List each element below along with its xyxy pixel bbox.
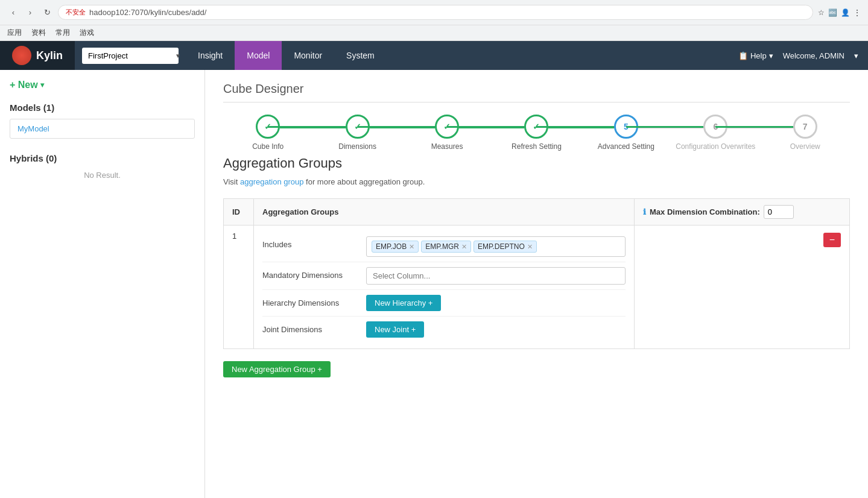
includes-content: EMP.JOB ✕ EMP.MGR ✕ EMP.DEPTNO (366, 236, 626, 257)
browser-bar: ‹ › ↻ 不安全 hadoop102:7070/kylin/cubes/add… (0, 0, 868, 25)
browser-icons: ☆ 🔤 👤 ⋮ (818, 8, 861, 17)
new-btn-label: + New (10, 80, 38, 90)
hierarchy-row: Hierarchy Dimensions New Hierarchy + (262, 290, 626, 317)
info-icon: ℹ (643, 207, 646, 216)
row-details: Includes EMP.JOB ✕ EMP.MGR ✕ (254, 225, 635, 349)
new-btn-caret: ▾ (40, 81, 44, 89)
agg-groups-title: Aggregation Groups (223, 156, 850, 171)
tag-emp-mgr-remove[interactable]: ✕ (461, 243, 467, 251)
topnav-right: 📋 Help ▾ Welcome, ADMIN ▾ (738, 51, 868, 60)
bookmarks-bar: 应用 资料 常用 游戏 (0, 25, 868, 41)
tag-emp-job-remove[interactable]: ✕ (409, 243, 414, 251)
nav-links: Insight Model Monitor System (186, 41, 387, 70)
step-5-label: Advanced Setting (598, 142, 654, 151)
tag-emp-job-label: EMP.JOB (376, 242, 407, 251)
new-button[interactable]: + New ▾ (10, 80, 44, 90)
bookmark-icon[interactable]: ☆ (818, 8, 825, 17)
includes-row: Includes EMP.JOB ✕ EMP.MGR ✕ (262, 232, 626, 262)
tag-emp-deptno-label: EMP.DEPTNO (478, 242, 525, 251)
menu-icon[interactable]: ⋮ (854, 8, 861, 17)
step-refresh-setting: ✓ Refresh Setting (492, 115, 581, 151)
welcome-caret: ▾ (854, 51, 858, 60)
nav-system[interactable]: System (334, 41, 387, 70)
mandatory-content (366, 267, 626, 285)
tag-emp-deptno-remove[interactable]: ✕ (527, 243, 533, 251)
mandatory-row: Mandatory Dimensions (262, 262, 626, 290)
step-config-overwrites: 6 Configuration Overwrites (671, 115, 760, 151)
welcome-text: Welcome, ADMIN (783, 51, 844, 60)
max-dim-input[interactable] (764, 205, 794, 219)
step-6-label: Configuration Overwrites (676, 142, 755, 151)
url-text: hadoop102:7070/kylin/cubes/add/ (89, 8, 206, 17)
hierarchy-content: New Hierarchy + (366, 295, 626, 311)
step-7-circle[interactable]: 7 (793, 115, 817, 139)
step-7-label: Overview (790, 142, 820, 151)
step-1-label: Cube Info (252, 142, 284, 151)
col-max-dim: ℹ Max Dimension Combination: (635, 199, 850, 225)
tag-emp-job: EMP.JOB ✕ (372, 241, 419, 253)
help-caret: ▾ (769, 51, 773, 60)
logo-text: Kylin (36, 49, 63, 62)
desc-suffix: for more about aggregation group. (303, 177, 425, 186)
new-joint-button[interactable]: New Joint + (366, 321, 424, 338)
agg-groups-desc: Visit aggregation group for more about a… (223, 177, 850, 186)
tag-emp-deptno: EMP.DEPTNO ✕ (474, 241, 537, 253)
step-cube-info: ✓ Cube Info (223, 115, 312, 151)
nav-insight[interactable]: Insight (186, 41, 235, 70)
bookmark-common[interactable]: 常用 (55, 28, 70, 38)
wizard-steps: ✓ Cube Info ✓ Dimensions ✓ Measures ✓ Re… (223, 115, 850, 151)
extension-icon[interactable]: 🔤 (828, 8, 837, 17)
table-row: 1 Includes EMP.JOB ✕ (224, 225, 850, 349)
url-bar: 不安全 hadoop102:7070/kylin/cubes/add/ (58, 5, 813, 20)
joint-content: New Joint + (366, 321, 626, 338)
kylin-logo-icon (12, 46, 31, 65)
remove-row-button[interactable]: − (823, 233, 841, 247)
joint-row: Joint Dimensions New Joint + (262, 317, 626, 342)
step-measures: ✓ Measures (402, 115, 492, 151)
agg-group-link[interactable]: aggregation group (240, 177, 304, 186)
step-4-label: Refresh Setting (512, 142, 562, 151)
new-aggregation-group-button[interactable]: New Aggregation Group + (223, 361, 331, 377)
help-button[interactable]: 📋 Help ▾ (738, 51, 773, 60)
no-result-label: No Result. (10, 171, 195, 180)
profile-icon[interactable]: 👤 (841, 8, 850, 17)
col-id: ID (224, 199, 254, 225)
tag-emp-mgr-label: EMP.MGR (425, 242, 459, 251)
new-hierarchy-button[interactable]: New Hierarchy + (366, 295, 441, 311)
bookmark-games[interactable]: 游戏 (80, 28, 94, 38)
main-content: Cube Designer ✓ Cube Info ✓ Dimensions ✓… (205, 70, 868, 498)
col-agg-groups: Aggregation Groups (254, 199, 635, 225)
model-item-mymodel[interactable]: MyModel (10, 119, 195, 139)
main-layout: + New ▾ Models (1) MyModel Hybrids (0) N… (0, 70, 868, 498)
step-2-label: Dimensions (338, 142, 376, 151)
models-section-title: Models (1) (10, 102, 195, 113)
models-section: Models (1) MyModel (10, 102, 195, 139)
row-actions: − (635, 225, 850, 349)
joint-label: Joint Dimensions (262, 321, 359, 334)
back-btn[interactable]: ‹ (7, 7, 19, 19)
row-id: 1 (224, 225, 254, 349)
forward-btn[interactable]: › (24, 7, 36, 19)
sidebar: + New ▾ Models (1) MyModel Hybrids (0) N… (0, 70, 205, 498)
cube-designer-title: Cube Designer (223, 82, 850, 102)
nav-model[interactable]: Model (235, 41, 282, 70)
hybrids-section-title: Hybrids (0) (10, 153, 195, 163)
hierarchy-label: Hierarchy Dimensions (262, 295, 359, 307)
includes-tags-input[interactable]: EMP.JOB ✕ EMP.MGR ✕ EMP.DEPTNO (366, 236, 626, 257)
nav-monitor[interactable]: Monitor (282, 41, 334, 70)
bookmark-apps[interactable]: 应用 (7, 28, 22, 38)
bookmark-docs[interactable]: 资料 (31, 28, 46, 38)
project-dropdown[interactable]: FirstProject (82, 48, 179, 64)
hybrids-section: Hybrids (0) No Result. (10, 153, 195, 180)
mandatory-label: Mandatory Dimensions (262, 267, 359, 280)
insecure-label: 不安全 (66, 8, 86, 17)
project-selector-wrapper: FirstProject (75, 48, 186, 64)
mandatory-input[interactable] (366, 267, 626, 285)
agg-table: ID Aggregation Groups ℹ Max Dimension Co… (223, 198, 850, 349)
reload-btn[interactable]: ↻ (41, 7, 53, 19)
help-icon: 📋 (738, 51, 748, 60)
col-agg-groups-label: Aggregation Groups (262, 207, 338, 216)
bottom-actions: New Aggregation Group + (223, 361, 850, 389)
tag-emp-mgr: EMP.MGR ✕ (421, 241, 471, 253)
desc-prefix: Visit (223, 177, 240, 186)
